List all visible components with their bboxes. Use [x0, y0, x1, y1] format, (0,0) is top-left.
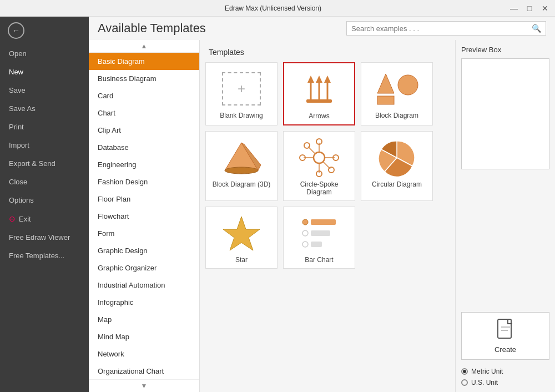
- circle-spoke-label: Circle-Spoke Diagram: [288, 180, 350, 196]
- category-item-mind-map[interactable]: Mind Map: [89, 328, 199, 345]
- category-item-infographic[interactable]: Infographic: [89, 294, 199, 311]
- category-item-graphic-organizer[interactable]: Graphic Organizer: [89, 259, 199, 277]
- category-item-fashion-design[interactable]: Fashion Design: [89, 173, 199, 190]
- top-bar: Available Templates 🔍: [89, 17, 555, 40]
- block-diagram-icon: [375, 69, 419, 108]
- sidebar-item-export[interactable]: Export & Send: [0, 154, 89, 173]
- template-star[interactable]: Star: [205, 207, 278, 269]
- svg-point-29: [302, 230, 308, 236]
- arrows-label: Arrows: [309, 112, 329, 120]
- metric-unit-label: Metric Unit: [471, 368, 503, 375]
- preview-title: Preview Box: [461, 46, 549, 54]
- bar-label: Bar Chart: [305, 256, 333, 264]
- category-item-card[interactable]: Card: [89, 87, 199, 104]
- category-item-basic-diagram[interactable]: Basic Diagram: [89, 53, 199, 70]
- category-item-floor-plan[interactable]: Floor Plan: [89, 190, 199, 208]
- back-circle-icon: ←: [8, 22, 24, 39]
- back-button[interactable]: ←: [0, 17, 89, 44]
- unit-options: Metric Unit U.S. Unit: [461, 368, 549, 386]
- sidebar-item-import[interactable]: Import: [0, 136, 89, 154]
- create-doc-icon: [497, 318, 514, 343]
- svg-point-31: [302, 242, 308, 247]
- sidebar-item-save[interactable]: Save: [0, 81, 89, 99]
- sidebar-item-new[interactable]: New: [0, 63, 89, 81]
- svg-rect-9: [377, 96, 394, 104]
- category-item-graphic-design[interactable]: Graphic Design: [89, 242, 199, 259]
- template-blank-drawing[interactable]: + Blank Drawing: [205, 62, 278, 125]
- svg-rect-32: [311, 242, 322, 247]
- sidebar: ← Open New Save Save As Print Import Exp…: [0, 17, 89, 392]
- category-item-clip-art[interactable]: Clip Art: [89, 122, 199, 139]
- template-circle-spoke[interactable]: Circle-Spoke Diagram: [283, 131, 355, 201]
- scroll-down-arrow[interactable]: ▼: [89, 379, 199, 392]
- us-unit-option[interactable]: U.S. Unit: [461, 379, 549, 386]
- circle-spoke-icon: [297, 138, 341, 177]
- category-item-flowchart[interactable]: Flowchart: [89, 208, 199, 225]
- metric-radio[interactable]: [461, 368, 468, 375]
- circular-diagram-label: Circular Diagram: [372, 180, 422, 188]
- category-item-map[interactable]: Map: [89, 311, 199, 328]
- sidebar-item-print[interactable]: Print: [0, 118, 89, 136]
- svg-rect-28: [311, 219, 336, 225]
- exit-label: Exit: [19, 215, 31, 223]
- below-top-area: ▲ Basic Diagram Business Diagram Card Ch…: [89, 40, 555, 392]
- svg-rect-6: [306, 99, 332, 103]
- category-item-engineering[interactable]: Engineering: [89, 156, 199, 173]
- template-arrows[interactable]: Arrows: [283, 62, 355, 125]
- category-item-business-diagram[interactable]: Business Diagram: [89, 70, 199, 87]
- window-controls[interactable]: — □ ✕: [508, 4, 551, 13]
- sidebar-item-open[interactable]: Open: [0, 44, 89, 63]
- svg-rect-33: [498, 319, 511, 338]
- category-item-network[interactable]: Network: [89, 345, 199, 363]
- create-label: Create: [495, 345, 516, 354]
- svg-point-8: [398, 75, 418, 95]
- template-block-diagram[interactable]: Block Diagram: [361, 62, 433, 125]
- create-button[interactable]: Create: [461, 312, 549, 360]
- template-circular-diagram[interactable]: Circular Diagram: [361, 131, 433, 201]
- preview-box: [461, 58, 549, 169]
- metric-unit-option[interactable]: Metric Unit: [461, 368, 549, 375]
- category-item-industrial-automation[interactable]: Industrial Automation: [89, 277, 199, 294]
- svg-point-27: [302, 219, 308, 225]
- minimize-button[interactable]: —: [508, 4, 519, 13]
- block-diagram-label: Block Diagram: [375, 112, 418, 119]
- sidebar-item-options[interactable]: Options: [0, 191, 89, 209]
- svg-point-25: [329, 167, 334, 173]
- star-icon: [219, 214, 264, 253]
- template-block-diagram-3d[interactable]: Block Diagram (3D): [205, 131, 278, 201]
- bar-icon: [297, 214, 341, 253]
- app-title: Edraw Max (Unlicensed Version): [38, 4, 508, 12]
- arrows-icon: [297, 70, 341, 109]
- svg-marker-5: [324, 76, 331, 83]
- exit-icon: ⊖: [9, 214, 16, 223]
- scroll-up-arrow[interactable]: ▲: [89, 40, 199, 53]
- svg-marker-26: [223, 217, 260, 250]
- sidebar-item-free-viewer[interactable]: Free Edraw Viewer: [0, 228, 89, 247]
- sidebar-item-exit[interactable]: ⊖ Exit: [0, 209, 89, 228]
- sidebar-item-save-as[interactable]: Save As: [0, 99, 89, 118]
- search-icon: 🔍: [532, 24, 541, 33]
- sidebar-item-free-templates[interactable]: Free Templates...: [0, 247, 89, 265]
- svg-marker-7: [377, 74, 394, 93]
- circular-diagram-icon: [375, 138, 419, 177]
- category-item-database[interactable]: Database: [89, 139, 199, 156]
- svg-point-12: [225, 167, 258, 174]
- svg-point-24: [304, 143, 310, 148]
- category-item-org-chart[interactable]: Organizational Chart: [89, 363, 199, 380]
- us-radio[interactable]: [461, 379, 468, 386]
- close-button[interactable]: ✕: [539, 4, 551, 13]
- sidebar-item-close[interactable]: Close: [0, 173, 89, 191]
- arrow-indicator: [199, 54, 200, 69]
- search-box[interactable]: 🔍: [346, 21, 546, 36]
- templates-header: Templates: [205, 46, 450, 62]
- category-item-form[interactable]: Form: [89, 225, 199, 242]
- category-item-chart[interactable]: Chart: [89, 104, 199, 122]
- title-bar: Edraw Max (Unlicensed Version) — □ ✕: [0, 0, 555, 17]
- main-container: ← Open New Save Save As Print Import Exp…: [0, 17, 555, 392]
- maximize-button[interactable]: □: [524, 4, 535, 13]
- content-area: Available Templates 🔍 ▲ Basic Diagram Bu…: [89, 17, 555, 392]
- template-bar[interactable]: Bar Chart: [283, 207, 355, 269]
- search-input[interactable]: [351, 24, 532, 33]
- block-diagram-3d-label: Block Diagram (3D): [213, 180, 271, 188]
- us-unit-label: U.S. Unit: [471, 379, 498, 386]
